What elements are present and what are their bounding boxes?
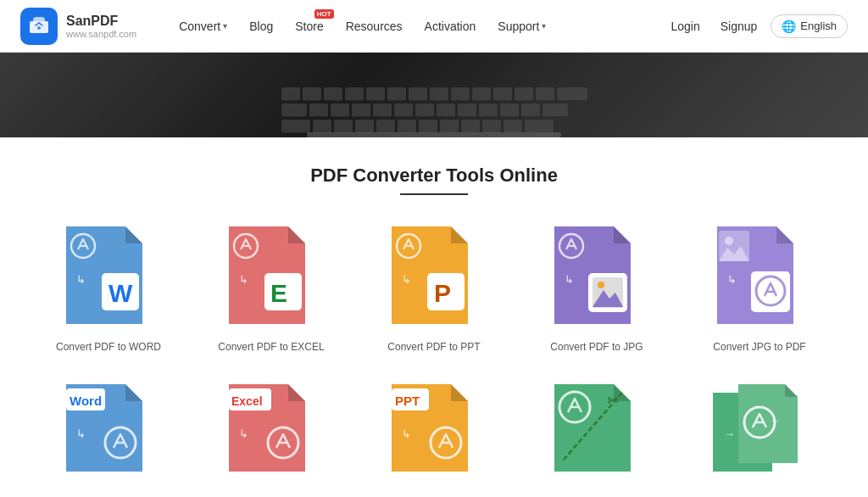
hot-badge: HOT [314,9,334,19]
svg-text:↳: ↳ [402,427,411,440]
svg-text:W: W [108,279,133,307]
tool-pdf-to-jpg[interactable]: ↳ Convert PDF to JPG [522,222,671,355]
svg-text:→: → [724,427,735,440]
nav-support[interactable]: Support ▾ [489,13,554,40]
svg-text:✂: ✂ [607,394,619,408]
tool-pdf-to-excel[interactable]: ↳ E Convert PDF to EXCEL [197,222,346,355]
tool-icon-pdf-to-excel: ↳ E [220,222,322,332]
chevron-down-icon: ▾ [223,21,227,31]
hero-banner [0,53,868,137]
tool-grid-row1: ↳ W Convert PDF to WORD [34,222,834,355]
svg-point-1 [37,26,41,30]
tool-grid-row2: Word ↳ Convert Word to PDF [34,380,834,497]
chevron-down-icon: ▾ [542,21,546,31]
tool-icon-pdf-to-word: ↳ W [58,222,159,332]
tool-compress-pdf[interactable]: ✂ Compress PDF [522,380,671,497]
tool-label-pdf-to-ppt: Convert PDF to PPT [387,341,480,355]
tool-icon-pdf-to-ppt: ↳ P [383,222,485,332]
svg-marker-29 [776,226,793,243]
header: SanPDF www.sanpdf.com Convert ▾ Blog Sto… [0,0,868,53]
tool-merge-pdf[interactable]: → ← Merge PDF [685,380,834,497]
svg-text:↳: ↳ [76,427,86,440]
svg-point-26 [598,282,604,288]
nav-resources[interactable]: Resources [337,13,411,40]
svg-text:PPT: PPT [395,394,420,408]
svg-text:E: E [270,279,287,307]
svg-point-31 [725,237,733,245]
tool-ppt-to-pdf[interactable]: PPT ↳ Convert PPT to PDF [359,380,509,497]
svg-marker-3 [125,226,142,243]
tool-jpg-to-pdf[interactable]: ↳ Convert JPG to PDF [685,222,834,355]
logo-url: www.sanpdf.com [66,29,136,39]
svg-text:↳: ↳ [239,273,248,286]
tool-pdf-to-word[interactable]: ↳ W Convert PDF to WORD [34,222,183,355]
svg-text:Excel: Excel [231,394,263,408]
logo-text: SanPDF www.sanpdf.com [66,14,136,39]
logo[interactable]: SanPDF www.sanpdf.com [20,8,136,45]
hero-background [0,53,868,137]
tool-label-jpg-to-pdf: Convert JPG to PDF [713,341,805,355]
nav-blog[interactable]: Blog [241,13,281,40]
section-divider [400,193,468,195]
svg-marker-15 [451,226,468,243]
svg-text:↳: ↳ [565,273,574,286]
language-selector[interactable]: 🌐 English [771,14,848,38]
nav-convert[interactable]: Convert ▾ [170,13,236,40]
svg-text:P: P [434,279,451,307]
svg-marker-9 [288,226,305,243]
svg-text:↳: ↳ [239,427,248,440]
svg-text:↳: ↳ [727,273,737,286]
svg-text:←: ← [770,414,781,427]
nav-activation[interactable]: Activation [416,13,485,40]
tool-icon-merge-pdf: → ← [709,380,810,490]
tool-word-to-pdf[interactable]: Word ↳ Convert Word to PDF [34,380,183,497]
svg-marker-43 [288,384,305,401]
language-label: English [800,20,837,32]
tool-label-pdf-to-jpg: Convert PDF to JPG [550,341,643,355]
main-content: PDF Converter Tools Online ↳ [0,137,868,497]
logo-title: SanPDF [66,14,136,29]
tool-label-pdf-to-excel: Convert PDF to EXCEL [218,341,324,355]
tool-icon-word-to-pdf: Word ↳ [58,380,159,490]
nav-login[interactable]: Login [665,14,707,38]
section-title: PDF Converter Tools Online [34,165,834,187]
nav-signup[interactable]: Signup [714,14,765,38]
tool-icon-pdf-to-jpg: ↳ [546,222,648,332]
svg-text:↳: ↳ [76,273,86,286]
svg-marker-37 [125,384,142,401]
tool-excel-to-pdf[interactable]: Excel ↳ Convert Excel to PDF [197,380,346,497]
tool-pdf-to-ppt[interactable]: ↳ P Convert PDF to PPT [359,222,509,355]
nav-right: Login Signup 🌐 English [665,14,849,38]
tool-label-pdf-to-word: Convert PDF to WORD [56,341,161,355]
tool-icon-jpg-to-pdf: ↳ [709,222,810,332]
tool-icon-excel-to-pdf: Excel ↳ [220,380,322,490]
svg-marker-49 [451,384,468,401]
svg-text:Word: Word [70,394,102,408]
main-nav: Convert ▾ Blog Store HOT Resources Activ… [170,13,664,40]
svg-text:↳: ↳ [402,273,411,286]
svg-marker-62 [785,384,798,397]
tool-icon-compress-pdf: ✂ [546,380,648,490]
nav-store[interactable]: Store HOT [287,13,331,40]
svg-marker-21 [614,226,631,243]
tool-icon-ppt-to-pdf: PPT ↳ [383,380,485,490]
logo-icon [20,8,58,45]
globe-icon: 🌐 [782,20,796,33]
